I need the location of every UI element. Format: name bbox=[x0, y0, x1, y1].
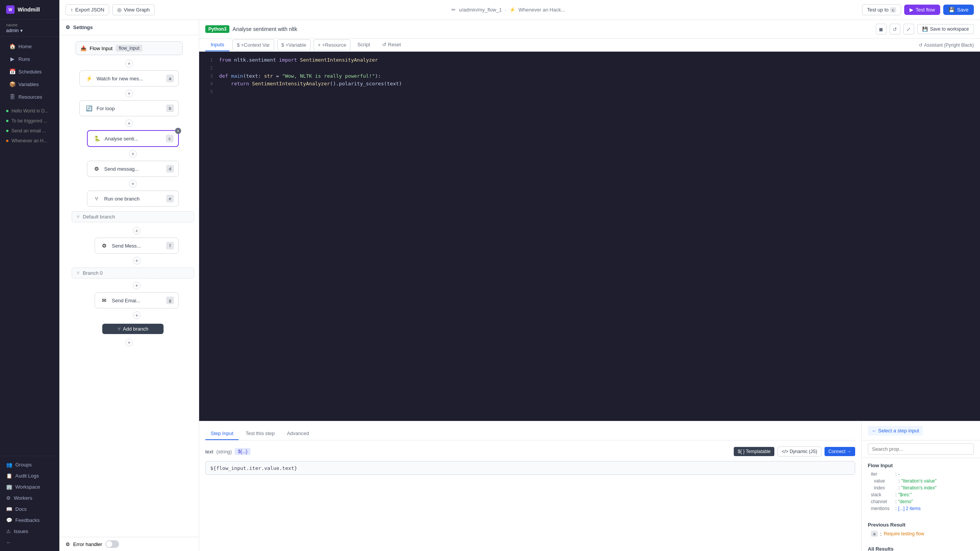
tab-step-input[interactable]: Step Input bbox=[205, 427, 239, 440]
flow-item-whenever[interactable]: Whenever an H... bbox=[0, 136, 59, 146]
flow-node-d[interactable]: ⚙ Send messag... d bbox=[87, 161, 179, 177]
error-handler-label: Error handler bbox=[73, 541, 102, 547]
add-node-button-7[interactable]: + bbox=[133, 282, 141, 289]
node-e-badge: e bbox=[166, 195, 174, 202]
flow-item-send-email[interactable]: Send an email ... bbox=[0, 126, 59, 136]
tab-resource[interactable]: + +Resource bbox=[314, 39, 350, 51]
add-node-button-6[interactable]: + bbox=[133, 257, 141, 264]
all-results-section: All Results {...} 1 key bbox=[862, 541, 980, 551]
flow-item-triggered[interactable]: To be triggered ... bbox=[0, 116, 59, 126]
audit-logs-icon: 📋 bbox=[6, 473, 12, 479]
sidebar-item-variables[interactable]: 📦 Variables bbox=[3, 78, 56, 90]
default-branch-node[interactable]: ⑂ Default branch bbox=[72, 211, 194, 222]
sidebar-item-label: Workers bbox=[14, 495, 32, 501]
view-graph-button[interactable]: ◎ View Graph bbox=[112, 4, 155, 15]
add-node-button-5[interactable]: + bbox=[133, 227, 141, 235]
line-number: 3 bbox=[205, 72, 213, 80]
flow-node-a[interactable]: ⚡ Watch for new mes... a bbox=[79, 70, 179, 86]
save-to-workspace-button[interactable]: 💾 Save to workspace bbox=[917, 24, 974, 34]
add-branch-button[interactable]: ⑂ Add branch bbox=[102, 324, 164, 334]
sidebar-item-docs[interactable]: 📖 Docs bbox=[0, 504, 59, 515]
save-icon: 💾 bbox=[949, 7, 955, 13]
flow-input-title: Flow Input bbox=[868, 463, 974, 468]
error-handler-toggle[interactable] bbox=[105, 540, 119, 548]
sidebar-item-issues[interactable]: ⚠ Issues bbox=[0, 526, 59, 537]
tab-inputs[interactable]: Inputs bbox=[205, 39, 229, 51]
add-node-button-9[interactable]: + bbox=[125, 339, 133, 346]
add-node-button-2[interactable]: + bbox=[125, 119, 133, 127]
sidebar-item-label: Schedules bbox=[18, 69, 42, 75]
add-node-button-3[interactable]: + bbox=[129, 150, 137, 158]
flow-node-b[interactable]: 🔄 For loop b bbox=[79, 100, 179, 116]
add-node-button-4[interactable]: + bbox=[129, 180, 137, 187]
sidebar-item-home[interactable]: 🏠 Home bbox=[3, 40, 56, 52]
connect-button[interactable]: Connect → bbox=[825, 447, 855, 456]
flow-item-label: Send an email ... bbox=[11, 128, 46, 134]
add-branch-icon: ⑂ bbox=[118, 326, 121, 332]
sidebar-item-resources[interactable]: 🗄 Resources bbox=[3, 91, 56, 103]
admin-label[interactable]: admin ▾ bbox=[6, 28, 53, 33]
export-json-button[interactable]: ↑ Export JSON bbox=[65, 4, 109, 15]
code-line-3: 3 def main(text: str = "Wow, NLTK is rea… bbox=[205, 72, 974, 80]
stop-button[interactable]: ◼ bbox=[876, 24, 887, 34]
refresh-button[interactable]: ↺ bbox=[890, 24, 900, 34]
select-step-input-button[interactable]: ← Select a step input bbox=[868, 426, 923, 435]
sidebar-item-label: Issues bbox=[14, 528, 28, 534]
branch-0-node[interactable]: ⑂ Branch 0 bbox=[72, 267, 194, 279]
code-line-4: 4 return SentimentIntensityAnalyzer().po… bbox=[205, 80, 974, 88]
connect-label: Connect → bbox=[828, 449, 851, 454]
prop-iter: iter : - bbox=[868, 471, 974, 477]
sidebar-back-button[interactable]: ← bbox=[0, 537, 59, 548]
flow-node-e[interactable]: ⑂ Run one branch e bbox=[87, 191, 179, 207]
node-a-badge: a bbox=[166, 75, 174, 82]
docs-icon: 📖 bbox=[6, 506, 12, 512]
tab-script[interactable]: Script bbox=[352, 39, 375, 51]
refresh-small-icon: ↺ bbox=[919, 42, 923, 48]
sidebar-item-groups[interactable]: 👥 Groups bbox=[0, 459, 59, 470]
node-f-badge: f bbox=[166, 242, 174, 249]
sidebar-item-label: Audit Logs bbox=[15, 473, 39, 479]
templatable-button[interactable]: ${ } Templatable bbox=[734, 447, 774, 456]
tab-context-var[interactable]: $ +Context Var bbox=[232, 39, 274, 51]
flow-node-g[interactable]: ✉ Send Emai... g bbox=[95, 292, 179, 308]
field-type: (string) bbox=[216, 449, 232, 455]
close-node-c-icon[interactable]: × bbox=[175, 128, 181, 134]
sidebar-item-runs[interactable]: ▶ Runs bbox=[3, 53, 56, 65]
add-node-button-0[interactable]: + bbox=[125, 60, 133, 67]
path-separator: · bbox=[505, 7, 506, 13]
sidebar-item-workspace[interactable]: 🏢 Workspace bbox=[0, 481, 59, 492]
sidebar-item-workers[interactable]: ⚙ Workers bbox=[0, 492, 59, 504]
sidebar-item-label: Runs bbox=[18, 56, 30, 62]
field-value[interactable]: ${flow_input.iter.value.text} bbox=[205, 461, 855, 475]
tab-test-step[interactable]: Test this step bbox=[240, 427, 280, 440]
flow-node-f[interactable]: ⚙ Send Mess... f bbox=[95, 238, 179, 254]
kbd-shortcut: c bbox=[890, 7, 896, 13]
save-ws-icon: 💾 bbox=[922, 26, 928, 32]
tab-reset[interactable]: ↺ Reset bbox=[377, 39, 406, 51]
save-button[interactable]: 💾 Save bbox=[943, 5, 974, 15]
topbar: ↑ Export JSON ◎ View Graph ✏ u/admin/my_… bbox=[59, 0, 980, 20]
test-up-to-button[interactable]: Test up to c bbox=[862, 4, 901, 15]
test-flow-button[interactable]: ▶ Test flow bbox=[904, 5, 941, 15]
add-node-button-1[interactable]: + bbox=[125, 90, 133, 97]
node-c-badge: c bbox=[166, 135, 173, 142]
flow-input-label: Flow Input bbox=[90, 46, 113, 51]
export-icon: ↑ bbox=[70, 7, 73, 13]
trigger-label: Whenever an Hack... bbox=[519, 7, 565, 13]
flow-item-label: Whenever an H... bbox=[11, 138, 47, 143]
flow-node-c[interactable]: × 🐍 Analyse senti... c bbox=[87, 130, 179, 147]
dynamic-js-button[interactable]: </> Dynamic (JS) bbox=[777, 447, 821, 456]
tab-variable[interactable]: $ +Variable bbox=[277, 39, 311, 51]
flow-input-node[interactable]: 📥 Flow Input flow_input bbox=[75, 41, 183, 55]
sidebar-item-schedules[interactable]: 📅 Schedules bbox=[3, 65, 56, 78]
line-content: from nltk.sentiment import SentimentInte… bbox=[219, 56, 378, 64]
editor-title: Analyse sentiment with nltk bbox=[232, 26, 872, 32]
sidebar-item-feedbacks[interactable]: 💬 Feedbacks bbox=[0, 515, 59, 526]
flow-item-hello-world[interactable]: Hello World in D... bbox=[0, 106, 59, 116]
search-input[interactable] bbox=[868, 443, 974, 455]
expand-button[interactable]: ⤢ bbox=[903, 24, 914, 34]
sidebar-item-audit-logs[interactable]: 📋 Audit Logs bbox=[0, 470, 59, 481]
add-node-button-8[interactable]: + bbox=[133, 311, 141, 319]
code-editor[interactable]: 1 from nltk.sentiment import SentimentIn… bbox=[199, 52, 980, 421]
tab-advanced[interactable]: Advanced bbox=[281, 427, 314, 440]
